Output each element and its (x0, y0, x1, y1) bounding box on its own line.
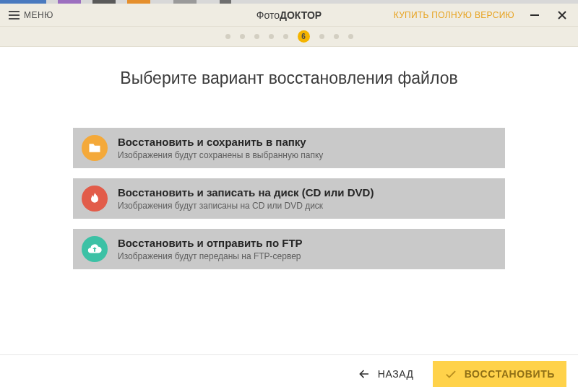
restore-button[interactable]: ВОССТАНОВИТЬ (433, 361, 566, 387)
option-text: Восстановить и записать на диск (CD или … (118, 186, 374, 211)
menu-label: МЕНЮ (24, 10, 53, 20)
check-icon (444, 367, 457, 380)
step-dot-3 (254, 34, 259, 39)
arrow-left-icon (358, 367, 371, 380)
close-icon (557, 10, 567, 20)
restore-label: ВОССТАНОВИТЬ (465, 368, 555, 380)
step-dot-2 (240, 34, 245, 39)
flame-icon (82, 186, 108, 212)
close-button[interactable] (555, 8, 569, 22)
option-send-ftp[interactable]: Восстановить и отправить по FTP Изображе… (73, 229, 505, 269)
option-title: Восстановить и сохранить в папку (118, 136, 323, 148)
header-right: КУПИТЬ ПОЛНУЮ ВЕРСИЮ (394, 4, 578, 26)
step-dot-4 (269, 34, 274, 39)
minimize-button[interactable] (527, 8, 542, 22)
step-dot-7 (319, 34, 324, 39)
menu-button[interactable]: МЕНЮ (0, 4, 62, 26)
app-title-strong: ДОКТОР (280, 9, 322, 21)
step-dot-6-active: 6 (298, 30, 310, 43)
app-header: МЕНЮ ФотоДОКТОР КУПИТЬ ПОЛНУЮ ВЕРСИЮ (0, 4, 578, 27)
back-button[interactable]: НАЗАД (350, 363, 421, 385)
page-title: Выберите вариант восстановления файлов (0, 69, 578, 88)
option-title: Восстановить и записать на диск (CD или … (118, 186, 374, 199)
stepper: 6 (0, 27, 578, 47)
buy-full-version-link[interactable]: КУПИТЬ ПОЛНУЮ ВЕРСИЮ (394, 10, 514, 20)
back-label: НАЗАД (378, 368, 414, 380)
step-dot-9 (348, 34, 353, 39)
minimize-icon (530, 10, 540, 20)
option-save-to-folder[interactable]: Восстановить и сохранить в папку Изображ… (73, 128, 505, 168)
svg-rect-0 (530, 14, 539, 16)
hamburger-icon (9, 11, 20, 19)
cloud-upload-icon (82, 236, 108, 262)
footer: НАЗАД ВОССТАНОВИТЬ (0, 354, 578, 392)
option-caption: Изображения будут сохранены в выбранную … (118, 150, 323, 160)
folder-icon (82, 135, 108, 161)
option-text: Восстановить и отправить по FTP Изображе… (118, 237, 303, 261)
option-burn-disc[interactable]: Восстановить и записать на диск (CD или … (73, 178, 505, 219)
option-caption: Изображения будут переданы на FTP-сервер (118, 251, 303, 261)
step-dot-8 (334, 34, 339, 39)
option-text: Восстановить и сохранить в папку Изображ… (118, 136, 323, 160)
step-dot-5 (283, 34, 288, 39)
option-caption: Изображения будут записаны на CD или DVD… (118, 201, 374, 211)
content-area: Выберите вариант восстановления файлов В… (0, 47, 578, 354)
app-title-prefix: Фото (256, 9, 280, 21)
step-dot-1 (225, 34, 230, 39)
recovery-options-list: Восстановить и сохранить в папку Изображ… (0, 128, 578, 269)
step-current-number: 6 (301, 32, 306, 40)
option-title: Восстановить и отправить по FTP (118, 237, 303, 249)
